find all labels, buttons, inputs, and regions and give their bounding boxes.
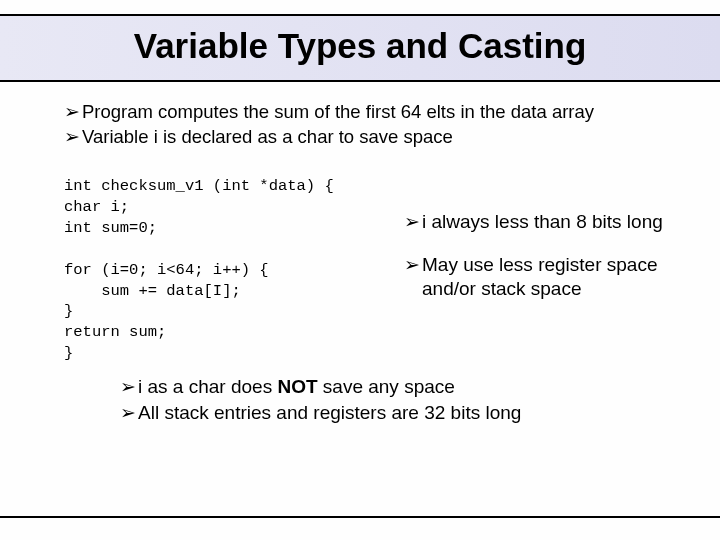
intro-bullet-2: ➢ Variable i is declared as a char to sa…	[64, 125, 680, 150]
bottom-text-2: All stack entries and registers are 32 b…	[138, 400, 521, 426]
bottom-bullet-2: ➢ All stack entries and registers are 32…	[120, 400, 680, 426]
bottom-text-1-post: save any space	[318, 376, 455, 397]
arrow-icon: ➢	[64, 100, 80, 125]
right-bullet-2: ➢ May use less register space and/or sta…	[404, 253, 680, 302]
code-block: int checksum_v1 (int *data) { char i; in…	[64, 176, 384, 364]
bottom-text-1: i as a char does NOT save any space	[138, 374, 455, 400]
bottom-text-1-strong: NOT	[277, 376, 317, 397]
arrow-icon: ➢	[404, 210, 420, 235]
slide-title: Variable Types and Casting	[0, 26, 720, 66]
two-column-area: int checksum_v1 (int *data) { char i; in…	[64, 176, 680, 364]
content-area: ➢ Program computes the sum of the first …	[0, 82, 720, 426]
bottom-divider	[0, 516, 720, 518]
intro-text-1: Program computes the sum of the first 64…	[82, 100, 594, 125]
bottom-text-1-pre: i as a char does	[138, 376, 277, 397]
right-text-2: May use less register space and/or stack…	[422, 253, 680, 302]
code-column: int checksum_v1 (int *data) { char i; in…	[64, 176, 384, 364]
right-bullet-1: ➢ i always less than 8 bits long	[404, 210, 680, 235]
bottom-bullets: ➢ i as a char does NOT save any space ➢ …	[120, 374, 680, 425]
arrow-icon: ➢	[120, 374, 136, 400]
slide: Variable Types and Casting ➢ Program com…	[0, 14, 720, 540]
arrow-icon: ➢	[120, 400, 136, 426]
intro-bullet-1: ➢ Program computes the sum of the first …	[64, 100, 680, 125]
arrow-icon: ➢	[404, 253, 420, 278]
bottom-bullet-1: ➢ i as a char does NOT save any space	[120, 374, 680, 400]
title-band: Variable Types and Casting	[0, 14, 720, 82]
arrow-icon: ➢	[64, 125, 80, 150]
right-column: ➢ i always less than 8 bits long ➢ May u…	[404, 176, 680, 364]
intro-text-2: Variable i is declared as a char to save…	[82, 125, 453, 150]
right-text-1: i always less than 8 bits long	[422, 210, 663, 235]
